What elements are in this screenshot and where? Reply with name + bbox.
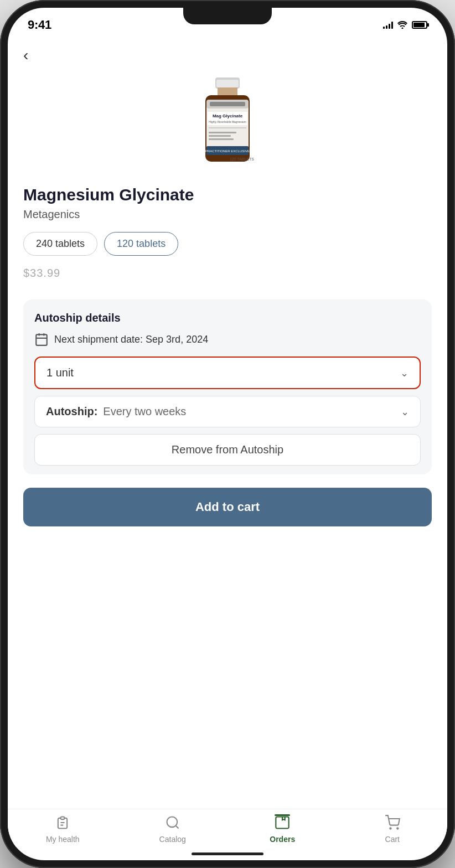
health-icon	[55, 815, 70, 830]
unit-selector[interactable]: 1 unit ⌄	[34, 356, 421, 389]
home-bar	[192, 852, 263, 855]
nav-item-orders[interactable]: Orders	[260, 815, 304, 844]
add-to-cart-button[interactable]: Add to cart	[23, 488, 432, 526]
orders-active-indicator	[275, 814, 290, 816]
nav-item-catalog[interactable]: Catalog	[151, 815, 195, 844]
battery-icon	[412, 21, 427, 29]
tablet-option-240[interactable]: 240 tablets	[23, 232, 97, 256]
unit-selector-chevron-icon: ⌄	[400, 367, 409, 379]
product-info: Magnesium Glycinate Metagenics 240 table…	[8, 185, 447, 299]
svg-text:120 TABLETS: 120 TABLETS	[230, 157, 254, 161]
nav-icon-container-orders	[275, 815, 290, 833]
product-brand: Metagenics	[23, 208, 432, 221]
svg-rect-13	[209, 138, 234, 140]
autoship-card: Autoship details Next shipment date: Sep…	[23, 299, 432, 474]
nav-label-cart: Cart	[385, 835, 400, 844]
product-bottle-image: Mag Glycinate Highly Absorbable Magnesiu…	[189, 78, 266, 172]
autoship-frequency-label: Autoship:	[46, 405, 97, 418]
svg-rect-6	[210, 102, 245, 106]
phone-screen: 9:41 ‹	[8, 8, 447, 860]
phone-frame: 9:41 ‹	[0, 0, 455, 868]
orders-icon	[275, 815, 290, 830]
shipment-date-row: Next shipment date: Sep 3rd, 2024	[34, 332, 421, 347]
nav-icon-container-catalog	[165, 815, 180, 833]
cart-icon	[385, 815, 400, 830]
svg-rect-11	[209, 132, 236, 133]
nav-label-catalog: Catalog	[159, 835, 186, 844]
product-price: $33.99	[23, 267, 432, 280]
svg-rect-21	[61, 817, 65, 820]
svg-point-27	[390, 828, 391, 829]
nav-label-health: My health	[46, 835, 80, 844]
autoship-frequency-selector[interactable]: Autoship: Every two weeks ⌄	[34, 396, 421, 427]
svg-rect-10	[209, 127, 246, 128]
autoship-frequency-value: Every two weeks	[103, 405, 395, 418]
nav-icon-container-cart	[385, 815, 400, 833]
tablet-option-120[interactable]: 120 tablets	[104, 232, 178, 256]
back-chevron-icon: ‹	[23, 46, 28, 64]
svg-point-24	[167, 817, 177, 828]
calendar-icon	[34, 332, 49, 347]
nav-item-cart[interactable]: Cart	[370, 815, 415, 844]
svg-rect-12	[209, 135, 231, 137]
svg-rect-1	[216, 80, 239, 87]
svg-text:PRACTITIONER EXCLUSIVE: PRACTITIONER EXCLUSIVE	[205, 149, 250, 153]
svg-rect-17	[36, 334, 47, 345]
status-time: 9:41	[28, 18, 51, 32]
svg-text:Mag Glycinate: Mag Glycinate	[213, 113, 243, 118]
screen-content: ‹	[8, 38, 447, 809]
wifi-icon	[397, 21, 407, 29]
status-icons	[383, 21, 427, 29]
autoship-frequency-chevron-icon: ⌄	[401, 406, 409, 418]
remove-autoship-button[interactable]: Remove from Autoship	[34, 434, 421, 466]
back-button[interactable]: ‹	[8, 38, 447, 69]
catalog-icon	[165, 815, 180, 830]
nav-label-orders: Orders	[270, 835, 295, 844]
tablet-options: 240 tablets 120 tablets	[23, 232, 432, 256]
shipment-date-text: Next shipment date: Sep 3rd, 2024	[54, 334, 208, 345]
svg-line-25	[175, 825, 178, 828]
signal-icon	[383, 21, 393, 29]
autoship-title: Autoship details	[34, 312, 421, 324]
svg-point-28	[397, 828, 398, 829]
nav-icon-container-health	[55, 815, 70, 833]
svg-rect-2	[218, 87, 237, 96]
unit-selector-value: 1 unit	[46, 366, 74, 379]
svg-text:Highly Absorbable Magnesium: Highly Absorbable Magnesium	[209, 120, 246, 123]
home-indicator	[8, 847, 447, 860]
nav-item-my-health[interactable]: My health	[40, 815, 85, 844]
product-image-area: Mag Glycinate Highly Absorbable Magnesiu…	[8, 69, 447, 185]
bottom-nav: My health Catalog	[8, 809, 447, 847]
notch	[183, 8, 272, 24]
product-name: Magnesium Glycinate	[23, 185, 432, 205]
